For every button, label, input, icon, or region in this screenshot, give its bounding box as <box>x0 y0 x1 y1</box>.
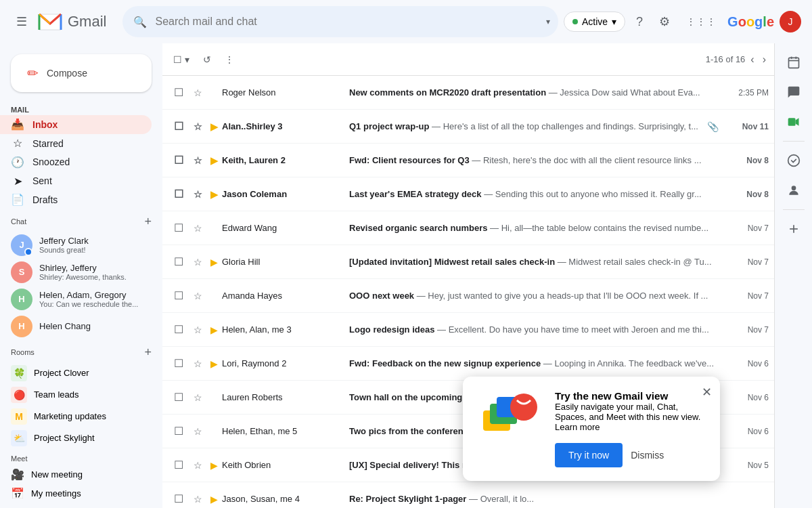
chat-user-helen-adam[interactable]: H Helen, Adam, Gregory You: Can we resch… <box>0 286 162 313</box>
gmail-logo: Gmail <box>38 13 106 31</box>
room-icon-marketing: M <box>11 408 27 425</box>
email-checkbox[interactable]: ☐ <box>168 221 189 234</box>
search-icon: 🔍 <box>133 16 147 28</box>
select-checkbox-button[interactable]: ☐ ▾ <box>168 50 195 69</box>
email-checkbox[interactable]: ☐ <box>168 391 189 404</box>
email-star-icon[interactable]: ☆ <box>189 460 206 471</box>
refresh-button[interactable]: ↺ <box>198 50 217 69</box>
email-row[interactable]: ☐ ☆ ▶ Edward Wang Revised organic search… <box>162 211 774 245</box>
email-star-icon[interactable]: ☆ <box>189 494 206 505</box>
next-page-button[interactable]: › <box>760 51 769 68</box>
my-meetings-icon: 📅 <box>11 487 24 500</box>
chat-user-info-helen-adam: Helen, Adam, Gregory You: Can we resched… <box>39 290 138 308</box>
sidebar-item-starred[interactable]: ☆ Starred <box>0 134 152 153</box>
prev-page-button[interactable]: ‹ <box>748 51 757 68</box>
email-row[interactable]: ☐ ☆ ▶ Roger Nelson New comments on MCR20… <box>162 76 774 110</box>
email-star-icon[interactable]: ☆ <box>189 392 206 403</box>
sidebar-item-drafts[interactable]: 📄 Drafts <box>0 190 152 209</box>
room-team-leads[interactable]: 🔴 Team leads <box>0 384 162 406</box>
meet-icon-btn[interactable] <box>780 108 807 135</box>
try-it-now-button[interactable]: Try it now <box>555 443 623 467</box>
email-time: Nov 7 <box>721 291 769 301</box>
email-checkbox[interactable]: ☐ <box>168 459 189 471</box>
popup-close-button[interactable]: ✕ <box>702 385 712 400</box>
email-subject: [Updated invitation] Midwest retail sale… <box>344 257 721 267</box>
help-button[interactable]: ? <box>631 9 648 35</box>
user-avatar[interactable]: J <box>780 11 801 33</box>
email-row[interactable]: ☐ ☆ ▶ Lori, Raymond 2 Fwd: Feedback on t… <box>162 347 774 381</box>
email-star-icon[interactable]: ☆ <box>189 426 206 437</box>
chat-user-helen-chang[interactable]: H Helen Chang <box>0 313 162 340</box>
sidebar-item-sent[interactable]: ➤ Sent <box>0 171 152 190</box>
email-row[interactable]: ☐ ☆ ▶ Alan..Shirley 3 Q1 project wrap-up… <box>162 110 774 144</box>
email-star-icon[interactable]: ☆ <box>189 257 206 268</box>
room-project-skylight[interactable]: ⛅ Project Skylight <box>0 427 162 449</box>
email-checkbox[interactable]: ☐ <box>168 188 189 200</box>
chat-avatar-shirley: S <box>11 261 32 283</box>
email-row[interactable]: ☐ ☆ ▶ Keith, Lauren 2 Fwd: Client resour… <box>162 144 774 177</box>
compose-button[interactable]: ✏ Compose <box>11 54 152 92</box>
email-important-icon: ▶ <box>206 155 222 166</box>
tasks-icon-btn[interactable] <box>780 147 807 174</box>
email-star-icon[interactable]: ☆ <box>189 358 206 369</box>
room-label: Project Skylight <box>34 433 95 443</box>
dismiss-button[interactable]: Dismiss <box>631 450 664 461</box>
meet-new-meeting[interactable]: 🎥 New meeting <box>0 465 162 484</box>
add-room-button[interactable]: + <box>144 345 152 360</box>
email-checkbox[interactable]: ☐ <box>168 289 189 302</box>
email-star-icon[interactable]: ☆ <box>189 189 206 200</box>
chat-user-shirley[interactable]: S Shirley, Jeffery Shirley: Awesome, tha… <box>0 259 162 286</box>
apps-button[interactable]: ⋮⋮⋮ <box>681 11 722 33</box>
chat-user-info-helen-chang: Helen Chang <box>39 321 91 331</box>
email-checkbox[interactable]: ☐ <box>168 323 189 336</box>
email-checkbox[interactable]: ☐ <box>168 86 189 99</box>
email-checkbox[interactable]: ☐ <box>168 255 189 268</box>
email-sender: Gloria Hill <box>222 257 344 267</box>
hamburger-button[interactable]: ☰ <box>11 9 32 35</box>
email-row[interactable]: ☐ ☆ ▶ Amanda Hayes OOO next week — Hey, … <box>162 279 774 313</box>
email-checkbox[interactable]: ☐ <box>168 492 189 505</box>
email-row[interactable]: ☐ ☆ ▶ Jason Coleman Last year's EMEA str… <box>162 177 774 211</box>
gmail-text-label: Gmail <box>68 13 106 30</box>
more-options-button[interactable]: ⋮ <box>219 50 240 69</box>
search-dropdown-icon[interactable]: ▾ <box>546 17 550 26</box>
email-subject: Q1 project wrap-up — Here's a list of al… <box>344 121 707 131</box>
chat-user-status: Sounds great! <box>39 246 89 254</box>
sidebar-item-snoozed[interactable]: 🕐 Snoozed <box>0 152 152 171</box>
email-row[interactable]: ☐ ☆ ▶ Jason, Susan, me 4 Re: Project Sky… <box>162 482 774 508</box>
calendar-icon-btn[interactable] <box>780 49 807 76</box>
email-star-icon[interactable]: ☆ <box>189 324 206 335</box>
email-star-icon[interactable]: ☆ <box>189 223 206 234</box>
active-status-badge[interactable]: Active ▾ <box>564 12 625 32</box>
email-row[interactable]: ☐ ☆ ▶ Helen, Alan, me 3 Logo redesign id… <box>162 313 774 347</box>
email-checkbox[interactable]: ☐ <box>168 425 189 438</box>
email-checkbox[interactable]: ☐ <box>168 120 189 133</box>
chat-icon-btn[interactable] <box>780 79 807 106</box>
meet-my-meetings[interactable]: 📅 My meetings <box>0 484 162 503</box>
room-project-clover[interactable]: 🍀 Project Clover <box>0 362 162 384</box>
search-input[interactable] <box>122 6 558 37</box>
room-marketing-updates[interactable]: M Marketing updates <box>0 406 162 427</box>
snoozed-label: Snoozed <box>32 156 70 167</box>
people-icon-btn[interactable] <box>780 177 807 204</box>
active-dropdown-icon: ▾ <box>612 16 616 27</box>
chat-user-jeffery[interactable]: J Jeffery Clark Sounds great! <box>0 232 162 259</box>
email-subject: Fwd: Feedback on the new signup experien… <box>344 358 721 368</box>
email-star-icon[interactable]: ☆ <box>189 291 206 301</box>
email-checkbox[interactable]: ☐ <box>168 154 189 167</box>
snoozed-icon: 🕐 <box>11 156 24 169</box>
add-icon-btn[interactable] <box>780 215 807 242</box>
email-sender: Alan..Shirley 3 <box>222 121 344 131</box>
email-star-icon[interactable]: ☆ <box>189 87 206 98</box>
sidebar-item-inbox[interactable]: 📥 Inbox <box>0 115 152 134</box>
learn-more-link[interactable]: Learn more <box>555 422 600 432</box>
email-row[interactable]: ☐ ☆ ▶ Gloria Hill [Updated invitation] M… <box>162 245 774 279</box>
new-meeting-icon: 🎥 <box>11 468 24 481</box>
settings-button[interactable]: ⚙ <box>654 9 675 35</box>
email-checkbox[interactable]: ☐ <box>168 357 189 370</box>
add-chat-button[interactable]: + <box>144 215 152 229</box>
email-star-icon[interactable]: ☆ <box>189 121 206 132</box>
email-sender: Jason, Susan, me 4 <box>222 494 344 504</box>
email-star-icon[interactable]: ☆ <box>189 155 206 166</box>
chat-avatar-jeffery: J <box>11 234 32 256</box>
